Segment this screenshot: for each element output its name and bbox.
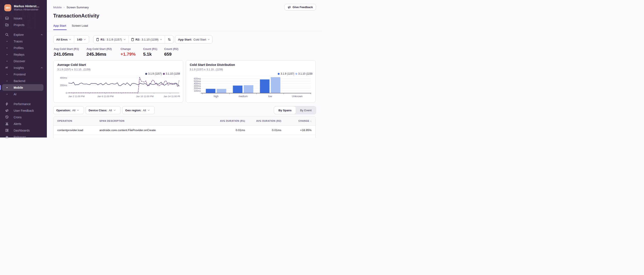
operation-dropdown[interactable]: Operation: All: [54, 106, 82, 114]
svg-text:400ms: 400ms: [60, 77, 67, 79]
geo-region-label: Geo region:: [125, 109, 142, 112]
avatar: MH: [4, 4, 11, 11]
partial-next-row: [54, 135, 316, 138]
app-start-label: App Start:: [178, 38, 192, 41]
app-start-type-dropdown[interactable]: App Start: Cold Start: [175, 36, 212, 43]
breadcrumb: Mobile › Screen Summary: [53, 6, 89, 9]
svg-text:200ms: 200ms: [60, 84, 67, 87]
chevron-down-icon: [160, 39, 162, 40]
sidebar-item-label: User Feedback: [14, 109, 34, 112]
sidebar-item-replays[interactable]: Replays: [0, 51, 47, 58]
svg-text:Jan 14 11:00 PM: Jan 14 11:00 PM: [164, 95, 180, 98]
sidebar-item-profiles[interactable]: Profiles: [0, 45, 47, 51]
sidebar-item-discover[interactable]: Discover: [0, 58, 47, 64]
bullet-icon: [6, 94, 8, 95]
bullet-icon: [6, 87, 8, 88]
sidebar-item-user-feedback[interactable]: User Feedback: [0, 107, 47, 114]
svg-text:medium: medium: [238, 95, 248, 98]
cell-change: +16.95%: [286, 125, 316, 135]
table-header-row: OPERATION SPAN DESCRIPTION AVG DURATION …: [54, 116, 316, 125]
tab-screen-load[interactable]: Screen Load: [72, 24, 88, 27]
release-r1-dropdown[interactable]: R1: 3.1.9 (1157): [94, 36, 128, 43]
stat-avg-cold-start-r2: Avg Cold Start (R2) 245.36ms: [86, 47, 112, 57]
bullet-icon: [6, 41, 8, 42]
stats-row: Avg Cold Start (R1) 241.05ms Avg Cold St…: [53, 47, 316, 59]
sidebar-item-label: Dashboards: [14, 129, 30, 132]
svg-text:0: 0: [66, 92, 67, 94]
sidebar-item-ai[interactable]: AI: [0, 91, 47, 97]
col-span-description[interactable]: SPAN DESCRIPTION: [96, 116, 210, 125]
col-operation[interactable]: OPERATION: [54, 116, 96, 125]
breadcrumb-mobile[interactable]: Mobile: [53, 6, 62, 9]
device-class-dropdown[interactable]: Device Class: All: [86, 106, 118, 114]
release-r2-dropdown[interactable]: R2: 3.1.10 (1159): [128, 36, 165, 43]
operation-value: All: [72, 109, 76, 112]
app-start-type-filter: App Start: Cold Start: [175, 35, 212, 44]
geo-region-filter: Geo region: All: [122, 106, 154, 114]
chevron-down-icon: [69, 39, 71, 40]
bar-chart[interactable]: 600ms500ms400ms300ms200ms100mshighmedium…: [189, 74, 312, 102]
svg-text:300ms: 300ms: [194, 85, 201, 87]
megaphone-icon: [288, 6, 291, 9]
breadcrumb-screen-summary: Screen Summary: [66, 6, 88, 9]
give-feedback-label: Give Feedback: [292, 6, 313, 9]
col-avg-duration-r1[interactable]: AVG DURATION (R1): [210, 116, 250, 125]
stat-label: Count (R1): [143, 47, 157, 51]
sidebar-item-insights[interactable]: Insights: [0, 64, 47, 71]
user-name: Markus Hinterst…: [14, 5, 40, 8]
env-period-filter: All Envs 14D: [53, 35, 89, 44]
stat-label: Avg Cold Start (R1): [54, 47, 79, 51]
page-title: TransactionActivity: [53, 13, 99, 19]
col-avg-duration-r2[interactable]: AVG DURATION (R2): [250, 116, 286, 125]
r1-value: 3.1.9 (1157): [107, 38, 122, 41]
sidebar-item-alerts[interactable]: Alerts: [0, 120, 47, 127]
chevron-down-icon: [84, 39, 86, 40]
sidebar-item-mobile[interactable]: Mobile: [0, 84, 47, 91]
stat-value: +1.79%: [120, 52, 136, 57]
operation-filter: Operation: All: [53, 106, 84, 114]
sidebar-item-backend[interactable]: Backend: [0, 78, 47, 84]
svg-text:500ms: 500ms: [194, 80, 201, 83]
svg-text:Jan 10 11:00 PM: Jan 10 11:00 PM: [136, 95, 154, 98]
sidebar-item-label: Traces: [14, 40, 22, 43]
chart-title: Cold Start Device Distribution: [190, 63, 235, 67]
sidebar-item-label: Insights: [14, 66, 24, 70]
sidebar-item-explore[interactable]: Explore: [0, 31, 47, 38]
table-row[interactable]: contentprovider.load androidx.core.conte…: [54, 125, 316, 135]
org-switcher[interactable]: MH Markus Hinterst… Markus Hintersteiner: [4, 4, 40, 11]
by-spans-option[interactable]: By Spans: [274, 106, 296, 114]
sidebar-item-label: Explore: [14, 33, 24, 37]
clock-history-icon: [5, 115, 9, 119]
search-icon: [5, 33, 9, 37]
cell-operation: contentprovider.load: [54, 125, 96, 135]
device-class-value: All: [109, 109, 112, 112]
sidebar-item-label: Performance: [14, 102, 31, 106]
sidebar-item-projects[interactable]: Projects: [0, 22, 47, 28]
date-range-dropdown[interactable]: 14D: [74, 36, 88, 43]
user-org: Markus Hintersteiner: [14, 8, 40, 11]
environment-dropdown[interactable]: All Envs: [54, 36, 74, 43]
geo-region-value: All: [143, 109, 146, 112]
tab-bar: App Start Screen Load: [53, 24, 88, 27]
sidebar-item-crons[interactable]: Crons: [0, 114, 47, 120]
line-chart[interactable]: 400ms200ms0Jan 2 11:00 PMJan 6 11:00 PMJ…: [57, 74, 180, 102]
sidebar-item-traces[interactable]: Traces: [0, 38, 47, 45]
sidebar-item-releases[interactable]: Releases: [0, 134, 47, 138]
by-event-option[interactable]: By Event: [296, 106, 316, 114]
geo-region-dropdown[interactable]: Geo region: All: [122, 106, 152, 114]
sidebar-item-issues[interactable]: Issues: [0, 15, 47, 22]
sidebar-item-performance[interactable]: Performance: [0, 101, 47, 107]
cell-span-description-link[interactable]: androidx.core.content.FileProvider.onCre…: [96, 125, 210, 135]
col-change[interactable]: CHANGE ↓: [286, 116, 316, 125]
mobile-phone-icon: [96, 38, 99, 41]
stat-count-r2: Count (R2) 659: [164, 47, 178, 57]
sidebar: MH Markus Hinterst… Markus Hintersteiner…: [0, 0, 47, 138]
chevron-down-icon: [148, 110, 150, 111]
sort-desc-icon: ↓: [310, 119, 312, 122]
swap-releases-button[interactable]: [165, 36, 174, 43]
sidebar-item-dashboards[interactable]: Dashboards: [0, 127, 47, 134]
main-content: Mobile › Screen Summary Give Feedback Tr…: [47, 0, 322, 138]
sidebar-item-frontend[interactable]: Frontend: [0, 71, 47, 78]
give-feedback-button[interactable]: Give Feedback: [284, 4, 316, 11]
tab-app-start[interactable]: App Start: [53, 24, 66, 27]
